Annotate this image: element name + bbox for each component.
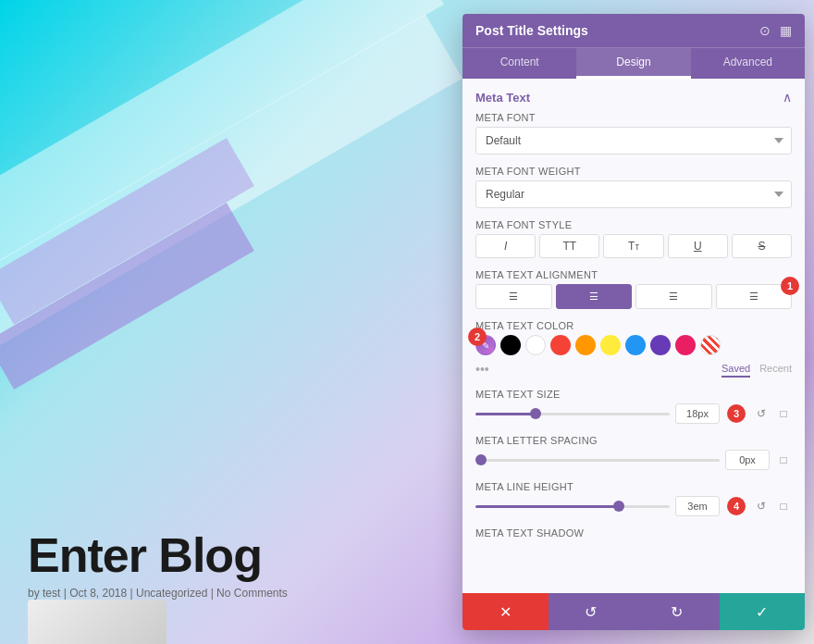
align-right-btn[interactable]: ☰ [635, 284, 712, 309]
tab-content[interactable]: Content [462, 48, 576, 79]
meta-text-shadow-field: Meta Text Shadow [475, 527, 792, 539]
meta-text-size-input[interactable] [675, 403, 720, 424]
italic-btn[interactable]: I [475, 234, 536, 258]
color-white[interactable] [525, 335, 546, 355]
panel-header-icons: ⊙ ▦ [759, 23, 792, 38]
color-pink[interactable] [675, 335, 696, 355]
meta-text-size-copy[interactable]: □ [775, 405, 792, 422]
color-swatches: 2 ✎ [475, 335, 792, 355]
meta-text-align-field: Meta Text Alignment ☰ ☰ ☰ ☰ 1 [475, 269, 792, 309]
align-left-btn[interactable]: ☰ [475, 284, 552, 309]
meta-text-align-label: Meta Text Alignment [475, 269, 792, 280]
align-buttons: ☰ ☰ ☰ ☰ 1 [475, 284, 792, 309]
section-title: Meta Text [475, 91, 530, 105]
color-striped[interactable] [700, 335, 721, 355]
more-colors-btn[interactable]: ••• [475, 362, 489, 377]
meta-letter-spacing-slider-wrap [475, 451, 720, 469]
section-header: Meta Text ∧ [475, 79, 792, 112]
color-deep-purple[interactable] [650, 335, 671, 355]
blog-area: Enter Blog by test | Oct 8, 2018 | Uncat… [0, 0, 379, 644]
meta-line-height-input[interactable] [675, 496, 720, 516]
meta-line-height-row: 4 ↺ □ [475, 496, 792, 516]
strikethrough-btn[interactable]: S [732, 234, 792, 258]
color-black[interactable] [500, 335, 521, 355]
meta-line-height-slider-wrap [475, 497, 670, 515]
save-button[interactable]: ✓ [720, 593, 806, 630]
meta-font-weight-select[interactable]: Regular [475, 180, 792, 208]
meta-line-height-slider[interactable] [475, 505, 670, 508]
meta-text-size-field: Meta Text Size 3 ↺ □ [475, 389, 792, 424]
meta-font-weight-field: Meta Font Weight Regular [475, 166, 792, 208]
blog-title: Enter Blog [28, 531, 262, 579]
meta-font-weight-label: Meta Font Weight [475, 166, 792, 177]
color-red[interactable] [550, 335, 571, 355]
settings-icon[interactable]: ⊙ [759, 23, 771, 38]
meta-text-color-label: Meta Text Color [475, 320, 792, 331]
blog-meta: by test | Oct 8, 2018 | Uncategorized | … [28, 587, 288, 600]
columns-icon[interactable]: ▦ [780, 23, 792, 38]
color-yellow[interactable] [600, 335, 621, 355]
meta-letter-spacing-input[interactable] [725, 450, 770, 470]
meta-text-color-field: Meta Text Color 2 ✎ ••• Sa [475, 320, 792, 378]
capitalize-btn[interactable]: Tт [603, 234, 663, 258]
meta-text-size-slider-wrap [475, 404, 670, 423]
meta-font-style-label: Meta Font Style [475, 219, 792, 230]
meta-letter-spacing-row: □ [475, 450, 792, 470]
style-buttons: I TT Tт U S [475, 234, 792, 258]
panel-header: Post Title Settings ⊙ ▦ [462, 14, 805, 47]
chevron-up-icon[interactable]: ∧ [783, 90, 792, 105]
panel-body: Meta Text ∧ Meta Font Default Meta Font … [462, 79, 805, 593]
meta-text-size-label: Meta Text Size [475, 389, 792, 400]
badge-3: 3 [727, 404, 746, 423]
undo-button[interactable]: ↺ [549, 593, 635, 630]
color-blue[interactable] [625, 335, 646, 355]
badge-4: 4 [727, 497, 746, 515]
meta-letter-spacing-copy[interactable]: □ [775, 452, 792, 468]
uppercase-btn[interactable]: TT [539, 234, 599, 258]
meta-line-height-label: Meta Line Height [475, 481, 792, 492]
badge-2: 2 [468, 328, 487, 346]
meta-line-height-copy[interactable]: □ [775, 498, 792, 514]
settings-panel: Post Title Settings ⊙ ▦ Content Design A… [462, 14, 805, 630]
panel-footer: ✕ ↺ ↻ ✓ [462, 593, 805, 630]
color-tab-recent[interactable]: Recent [759, 363, 792, 378]
meta-font-style-field: Meta Font Style I TT Tт U S [475, 219, 792, 258]
meta-font-label: Meta Font [475, 112, 792, 123]
color-tab-saved[interactable]: Saved [722, 363, 750, 378]
tab-advanced[interactable]: Advanced [691, 48, 805, 79]
meta-line-height-reset[interactable]: ↺ [753, 498, 770, 514]
meta-font-select[interactable]: Default [475, 127, 792, 155]
meta-font-field: Meta Font Default [475, 112, 792, 155]
color-orange[interactable] [575, 335, 596, 355]
redo-button[interactable]: ↻ [634, 593, 720, 630]
blog-thumbnail [28, 600, 166, 644]
meta-letter-spacing-label: Meta Letter Spacing [475, 435, 792, 446]
badge-1: 1 [781, 277, 799, 295]
underline-btn[interactable]: U [668, 234, 728, 258]
meta-text-shadow-label: Meta Text Shadow [475, 527, 792, 539]
meta-letter-spacing-slider[interactable] [475, 459, 720, 462]
meta-text-size-reset[interactable]: ↺ [753, 405, 770, 422]
meta-letter-spacing-field: Meta Letter Spacing □ [475, 435, 792, 470]
tab-design[interactable]: Design [576, 48, 690, 79]
align-center-btn[interactable]: ☰ [556, 284, 633, 309]
meta-text-size-slider[interactable] [475, 413, 670, 415]
cancel-button[interactable]: ✕ [462, 593, 549, 630]
color-tabs: Saved Recent [722, 363, 792, 378]
meta-text-size-row: 3 ↺ □ [475, 403, 792, 424]
tab-bar: Content Design Advanced [462, 47, 805, 79]
meta-line-height-field: Meta Line Height 4 ↺ □ [475, 481, 792, 516]
panel-title: Post Title Settings [475, 23, 588, 38]
